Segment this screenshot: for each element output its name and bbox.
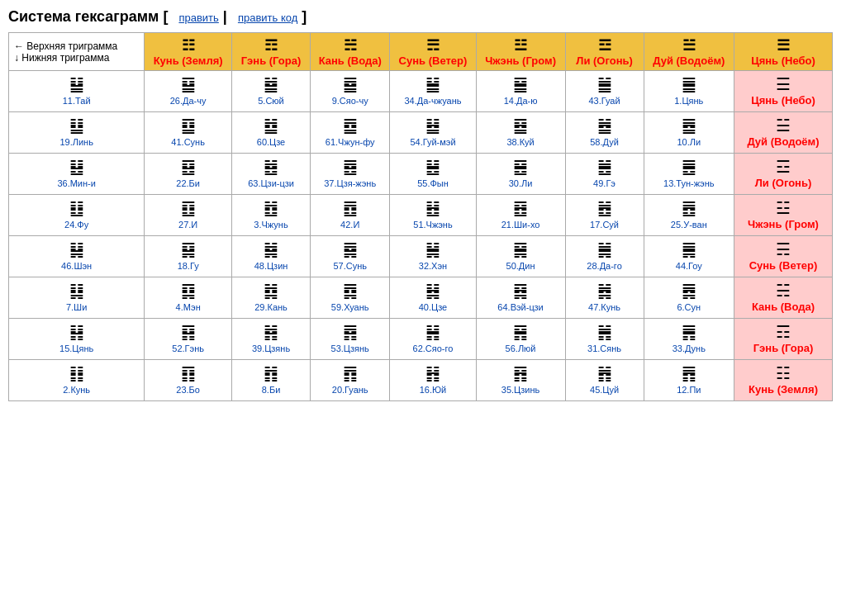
hex-link[interactable]: 42.И	[340, 220, 359, 230]
hex-link[interactable]: 45.Цуй	[590, 385, 619, 395]
hex-link[interactable]: 63.Цзи-цзи	[248, 178, 294, 188]
hex-cell: ䷮47.Кунь	[565, 277, 644, 319]
hex-link[interactable]: 19.Линь	[59, 137, 93, 147]
hex-link[interactable]: 17.Суй	[590, 220, 619, 230]
hex-link[interactable]: 32.Хэн	[419, 261, 447, 271]
hex-symbol: ䷌	[648, 159, 730, 175]
hex-link[interactable]: 59.Хуань	[331, 302, 369, 312]
col-header-3: ☴ Сунь (Ветер)	[390, 33, 476, 71]
hex-link[interactable]: 4.Мэн	[176, 302, 201, 312]
hex-cell: ䷷56.Люй	[476, 319, 565, 360]
table-row: ䷗24.Фу䷚27.И䷂3.Чжунь䷩42.И䷲51.Чжэнь䷔21.Ши-…	[9, 195, 838, 236]
hex-link[interactable]: 35.Цзинь	[501, 385, 539, 395]
hex-name: 52.Гэнь	[172, 344, 204, 353]
hex-link[interactable]: 47.Кунь	[588, 302, 620, 312]
hex-name: 23.Бо	[176, 385, 200, 395]
hex-link[interactable]: 5.Сюй	[258, 96, 284, 106]
hex-link[interactable]: 38.Куй	[506, 137, 534, 147]
hex-link[interactable]: 13.Тун-жэнь	[663, 178, 714, 188]
hex-link[interactable]: 20.Гуань	[332, 385, 368, 395]
hex-link[interactable]: 2.Кунь	[63, 385, 90, 395]
hex-link[interactable]: 12.Пи	[677, 385, 701, 395]
hex-link[interactable]: 25.У-ван	[671, 220, 707, 230]
hex-link[interactable]: 44.Гоу	[676, 261, 702, 271]
hex-link[interactable]: 36.Мин-и	[57, 178, 95, 188]
hex-cell: ䷐17.Суй	[565, 195, 644, 236]
hex-link[interactable]: 41.Сунь	[171, 137, 205, 147]
hex-link[interactable]: 56.Люй	[506, 344, 536, 353]
hex-name: 27.И	[178, 220, 197, 230]
hex-link[interactable]: 7.Ши	[66, 302, 87, 312]
hex-link[interactable]: 46.Шэн	[61, 261, 92, 271]
hex-name: 7.Ши	[66, 302, 87, 312]
hex-link[interactable]: 18.Гу	[178, 261, 199, 271]
hex-link[interactable]: 58.Дуй	[590, 137, 619, 147]
hex-symbol: ䷒	[12, 117, 140, 134]
hex-link[interactable]: 31.Сянь	[587, 344, 621, 353]
hex-link[interactable]: 43.Гуай	[588, 96, 620, 106]
hex-symbol: ䷘	[648, 200, 730, 216]
hex-link[interactable]: 28.Да-го	[587, 261, 621, 271]
hex-name: 4.Мэн	[176, 302, 201, 312]
hex-symbol: ䷧	[393, 282, 472, 299]
hex-link[interactable]: 37.Цзя-жэнь	[324, 178, 376, 188]
edit-code-link[interactable]: править код	[238, 12, 297, 24]
hex-name: 57.Сунь	[333, 261, 367, 271]
hex-link[interactable]: 16.Юй	[420, 385, 447, 395]
hex-link[interactable]: 26.Да-чу	[170, 96, 207, 106]
hex-link[interactable]: 15.Цянь	[59, 344, 93, 353]
hex-link[interactable]: 21.Ши-хо	[501, 220, 540, 230]
hex-name: 28.Да-го	[587, 261, 621, 271]
hex-link[interactable]: 22.Би	[176, 178, 200, 188]
hex-link[interactable]: 23.Бо	[176, 385, 200, 395]
hex-name: 31.Сянь	[587, 344, 621, 353]
hex-link[interactable]: 54.Гуй-мэй	[410, 137, 455, 147]
hex-link[interactable]: 24.Фу	[64, 220, 88, 230]
hex-link[interactable]: 8.Би	[262, 385, 281, 395]
table-row: ䷣36.Мин-и䷕22.Би䷾63.Цзи-цзи䷤37.Цзя-жэнь䷶5…	[9, 154, 838, 195]
hex-link[interactable]: 61.Чжун-фу	[326, 137, 375, 147]
hex-link[interactable]: 62.Сяо-го	[413, 344, 454, 353]
hex-link[interactable]: 14.Да-ю	[504, 96, 538, 106]
hex-symbol: ䷡	[393, 76, 472, 92]
hex-cell: ䷴53.Цзянь	[311, 319, 390, 360]
hex-link[interactable]: 57.Сунь	[333, 261, 367, 271]
hex-link[interactable]: 3.Чжунь	[254, 220, 288, 230]
col-header-1: ☶ Гэнь (Гора)	[231, 33, 310, 71]
hex-name: 21.Ши-хо	[501, 220, 540, 230]
hex-link[interactable]: 1.Цянь	[674, 96, 703, 106]
hex-name: 2.Кунь	[63, 385, 90, 395]
hex-cell: ䷊11.Тай	[9, 71, 145, 112]
hex-link[interactable]: 39.Цзянь	[252, 344, 290, 353]
hex-link[interactable]: 34.Да-чжуань	[404, 96, 461, 106]
col-header-6: ☱ Дуй (Водоём)	[644, 33, 734, 71]
hex-link[interactable]: 52.Гэнь	[172, 344, 204, 353]
hex-link[interactable]: 29.Кань	[254, 302, 288, 312]
row-header-symbol: ☱	[739, 117, 827, 134]
row-header-4: ☴Сунь (Ветер)	[734, 236, 833, 277]
hex-symbol: ䷙	[148, 76, 228, 92]
hex-link[interactable]: 27.И	[178, 220, 197, 230]
hex-link[interactable]: 51.Чжэнь	[413, 220, 452, 230]
hex-link[interactable]: 9.Сяо-чу	[332, 96, 368, 106]
hex-link[interactable]: 60.Цзе	[257, 137, 285, 147]
hex-link[interactable]: 40.Цзе	[419, 302, 447, 312]
hex-link[interactable]: 53.Цзянь	[331, 344, 369, 353]
hex-link[interactable]: 64.Вэй-цзи	[497, 302, 543, 312]
hex-symbol: ䷦	[235, 324, 307, 340]
hex-link[interactable]: 50.Дин	[506, 261, 535, 271]
hex-link[interactable]: 11.Тай	[63, 96, 91, 106]
hex-link[interactable]: 30.Ли	[509, 178, 533, 188]
hex-link[interactable]: 48.Цзин	[254, 261, 288, 271]
hex-link[interactable]: 55.Фын	[417, 178, 449, 188]
hex-link[interactable]: 10.Ли	[677, 137, 701, 147]
hex-link[interactable]: 33.Дунь	[673, 344, 706, 353]
hex-symbol: ䷭	[12, 241, 140, 258]
hex-link[interactable]: 49.Гэ	[593, 178, 615, 188]
hex-cell: ䷑18.Гу	[145, 236, 232, 277]
edit-link[interactable]: править	[178, 12, 218, 24]
hex-name: 30.Ли	[509, 178, 533, 188]
hex-symbol: ䷵	[393, 117, 472, 134]
hex-symbol: ䷅	[648, 282, 730, 299]
hex-link[interactable]: 6.Сун	[677, 302, 701, 312]
